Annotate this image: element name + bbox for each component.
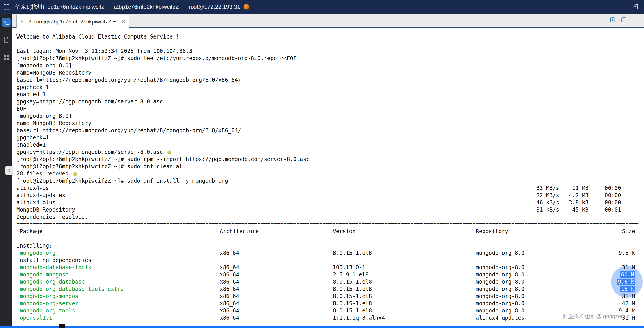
col-architecture: x86_64 (220, 264, 333, 271)
top-bar: 华东1(杭州)i-bp1c76mfp2khkpiwcifz iZbp1c76mf… (0, 0, 644, 14)
line-text: EOF (16, 106, 26, 112)
terminal-line: mongodb-org-databasex86_648.0.15-1.el8mo… (16, 278, 640, 286)
terminal-line: 28 files removed (16, 170, 640, 177)
col-repository: mongodb-org-8.0 (476, 286, 588, 293)
region-instance-label: 华东1(杭州)i-bp1c76mfp2khkpiwcifz (15, 3, 104, 10)
col-repository: mongodb-org-8.0 (476, 293, 588, 300)
tab-terminal-session[interactable]: >_ 3. root@iZbp1c76mfp2khkpiwcifzZ:~ × (16, 15, 129, 28)
col-repository: mongodb-org-8.0 (476, 300, 588, 307)
col-architecture: x86_64 (220, 307, 333, 314)
line-text: enabled=1 (16, 142, 46, 148)
terminal-output[interactable]: Welcome to Alibaba Cloud Elastic Compute… (12, 28, 644, 326)
terminal-lines: Welcome to Alibaba Cloud Elastic Compute… (16, 33, 640, 322)
col-architecture: x86_64 (220, 250, 333, 256)
terminal-line: mongodb-org-serverx86_648.0.15-1.el8mong… (16, 300, 640, 307)
download-stats: 31 kB/s | 45 kB 00:01 (536, 206, 640, 213)
hostname-label: iZbp1c76mfp2khkpiwcifzZ (114, 4, 179, 10)
file-manager-icon[interactable] (0, 31, 12, 49)
collapse-sidebar-chevron[interactable]: < (6, 166, 12, 176)
col-version: 2.5.9-1.el8 (333, 271, 476, 278)
repo-name: alinux4-os (16, 184, 49, 192)
line-text: Last login: Mon Nov 3 11:52:34 2025 from… (16, 48, 192, 54)
col-repository: Repository (476, 228, 588, 235)
col-version: 8.0.15-1.el8 (333, 300, 476, 307)
terminal-tile: >_ (2, 18, 10, 26)
terminal-line: mongodb-database-toolsx86_64100.13.0-1mo… (16, 264, 640, 271)
repo-name: alinux4-plus (16, 199, 56, 206)
line-text: baseurl=https://repo.mongodb.org/yum/red… (16, 77, 241, 83)
window-title: 华东1(杭州)i-bp1c76mfp2khkpiwcifz iZbp1c76mf… (15, 3, 632, 10)
col-size: 9.6 k (588, 278, 640, 286)
terminal-line: mongodb-org-toolsx86_648.0.15-1.el8mongo… (16, 307, 640, 314)
terminal-line: mongodb-org-database-tools-extrax86_648.… (16, 286, 640, 293)
selected-size: 9.6 k (617, 279, 635, 285)
terminal-line: [root@iZbp1c76mfp2khkpiwcifzZ ~]# sudo t… (16, 55, 640, 62)
download-stats: 22 MB/s | 4.2 MB 00:00 (536, 192, 640, 199)
col-version: 8.0.15-1.el8 (333, 286, 476, 293)
fullscreen-icon[interactable] (3, 4, 10, 10)
app-window: 华东1(杭州)i-bp1c76mfp2khkpiwcifz iZbp1c76mf… (0, 0, 644, 328)
tab-bar: >_ 3. root@iZbp1c76mfp2khkpiwcifzZ:~ × (12, 14, 644, 28)
terminal-icon[interactable]: >_ (0, 14, 12, 31)
terminal-line: mongodb-org-mongosx86_648.0.15-1.el8mong… (16, 293, 640, 300)
col-package: mongodb-database-tools (16, 264, 220, 271)
col-architecture: x86_64 (220, 271, 333, 278)
terminal-line: Installing: (16, 242, 640, 250)
col-version: 8.0.15-1.el8 (333, 293, 476, 300)
col-size: Size (588, 228, 640, 235)
terminal-line: [root@iZbp1c76mfp2khkpiwcifzZ ~]# sudo d… (16, 177, 640, 184)
col-package: mongodb-org (16, 250, 220, 256)
watermark: 掘金技术社区 @ gongzemin (562, 313, 630, 320)
line-text: 28 files removed (16, 170, 68, 177)
terminal-line: gpgkey=https://pgp.mongodb.com/server-8.… (16, 98, 640, 105)
line-text: baseurl=https://repo.mongodb.org/yum/red… (16, 127, 241, 134)
terminal-line: mongodb-mongoshx86_642.5.9-1.el8mongodb-… (16, 271, 640, 278)
new-pane-icon[interactable] (610, 17, 616, 23)
line-text: Installing: (16, 242, 52, 249)
terminal-line: openssl1.1x86_641:1.1.1q-8.alnx4alinux4-… (16, 314, 640, 322)
col-architecture: x86_64 (220, 278, 333, 286)
terminal-line: name=MongoDB Repository (16, 69, 640, 76)
selected-size: 60 M (620, 272, 635, 278)
col-architecture: x86_64 (220, 293, 333, 300)
line-text: Welcome to Alibaba Cloud Elastic Compute… (16, 34, 179, 40)
line-text: gpgkey=https://pgp.mongodb.com/server-8.… (16, 98, 163, 105)
terminal-line: baseurl=https://repo.mongodb.org/yum/red… (16, 76, 640, 84)
line-text: [root@iZbp1c76mfp2khkpiwcifzZ ~]# sudo d… (16, 163, 186, 170)
terminal-line: alinux4-plus46 kB/s | 3.8 kB 00:00 (16, 199, 640, 206)
repo-name: MongoDB Repository (16, 206, 75, 213)
repo-name: alinux4-updates (16, 192, 65, 199)
terminal-line: Installing dependencies: (16, 256, 640, 264)
col-architecture: x86_64 (220, 314, 333, 322)
col-package: mongodb-mongosh (16, 271, 220, 278)
col-size: 9.5 k (588, 250, 640, 256)
col-architecture: x86_64 (220, 300, 333, 307)
terminal-line: gpgcheck=1 (16, 84, 640, 91)
split-pane-icon[interactable] (621, 17, 627, 23)
terminal-line: Last login: Mon Nov 3 11:52:34 2025 from… (16, 48, 640, 55)
yellow-dot-icon (168, 150, 171, 154)
terminal-line: baseurl=https://repo.mongodb.org/yum/red… (16, 127, 640, 134)
line-text: Dependencies resolved. (16, 214, 88, 220)
download-stats: 46 kB/s | 3.8 kB 00:00 (536, 199, 640, 206)
tab-bar-actions (610, 17, 638, 23)
col-package: Package (16, 228, 220, 235)
line-text: [root@iZbp1c76mfp2khkpiwcifzZ ~]# sudo t… (16, 55, 296, 62)
basketball-icon (243, 4, 249, 10)
detach-window-icon[interactable] (632, 4, 638, 10)
terminal-line: alinux4-os33 MB/s | 11 MB 00:00 (16, 184, 640, 192)
col-architecture: x86_64 (220, 286, 333, 293)
terminal-line: [root@iZbp1c76mfp2khkpiwcifzZ ~]# sudo r… (16, 156, 640, 163)
app-grid-icon[interactable] (0, 49, 12, 66)
terminal-line: gpgkey=https://pgp.mongodb.com/server-8.… (16, 148, 640, 156)
terminal-line (16, 40, 640, 48)
col-version: 8.0.15-1.el8 (333, 307, 476, 314)
toggle-bottom-panel-icon[interactable] (632, 17, 638, 23)
col-version: Version (333, 228, 476, 235)
col-package: mongodb-org-database (16, 278, 220, 286)
terminal-line: ========================================… (16, 235, 640, 242)
col-package: mongodb-org-server (16, 300, 220, 307)
col-repository: mongodb-org-8.0 (476, 271, 588, 278)
col-size: 31 M (588, 293, 640, 300)
tab-close-icon[interactable]: × (122, 18, 125, 25)
